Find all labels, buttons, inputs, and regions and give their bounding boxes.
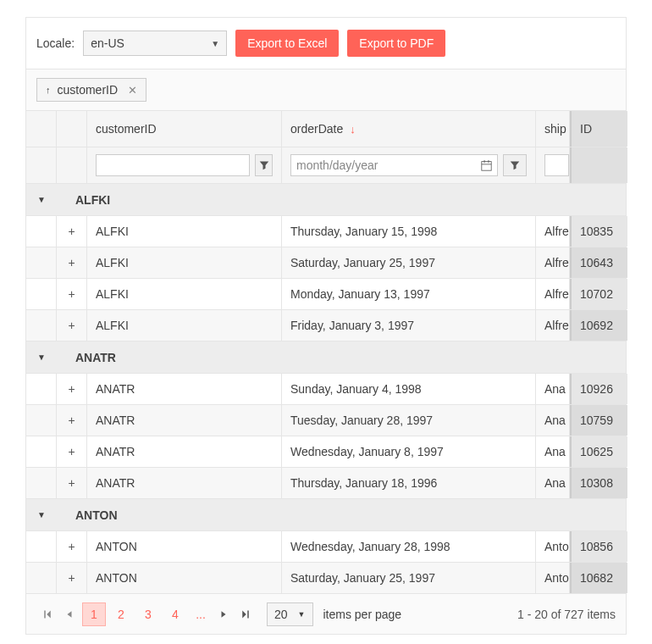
column-header-ship[interactable]: ship: [536, 111, 570, 147]
table-row: +ANATRTuesday, January 28, 1997Ana10759: [26, 404, 626, 436]
svg-rect-0: [482, 161, 491, 170]
header-spacer: [26, 111, 57, 147]
pager-first-button[interactable]: [36, 603, 58, 625]
table-row: +ALFKISaturday, January 25, 1997Alfre106…: [26, 247, 626, 278]
filter-icon: [259, 160, 269, 170]
cell-id: 10692: [570, 310, 627, 341]
cell-orderDate: Monday, January 13, 1997: [282, 279, 536, 309]
table-row: +ANATRSunday, January 4, 1998Ana10926: [26, 373, 626, 404]
cell-orderDate: Sunday, January 4, 1998: [282, 374, 536, 404]
cell-ship: Anto: [536, 563, 570, 593]
next-page-icon: [219, 610, 228, 619]
cell-customerID: ANATR: [87, 405, 282, 436]
group-chip-customerID[interactable]: ↑ customerID ✕: [36, 78, 146, 102]
close-icon[interactable]: ✕: [128, 84, 137, 97]
caret-down-icon: ▼: [26, 510, 57, 519]
export-excel-button[interactable]: Export to Excel: [235, 30, 339, 57]
cell-ship: Alfre: [536, 216, 570, 247]
plus-icon: +: [68, 414, 75, 427]
cell-orderDate: Thursday, January 18, 1996: [282, 468, 536, 498]
group-label: ANTON: [57, 508, 118, 522]
cell-orderDate: Wednesday, January 28, 1998: [282, 531, 536, 562]
first-page-icon: [42, 609, 52, 619]
plus-icon: +: [68, 571, 75, 585]
cell-id: 10835: [570, 216, 627, 247]
page-number-1[interactable]: 1: [82, 602, 106, 626]
cell-ship: Ana: [536, 405, 570, 436]
calendar-icon: [481, 160, 492, 171]
expand-row-button[interactable]: +: [57, 310, 87, 341]
cell-customerID: ANTON: [87, 531, 282, 562]
cell-orderDate: Wednesday, January 8, 1997: [282, 436, 536, 467]
cell-orderDate: Friday, January 3, 1997: [282, 310, 536, 341]
cell-orderDate: Tuesday, January 28, 1997: [282, 405, 536, 436]
locale-value: en-US: [91, 36, 124, 50]
expand-row-button[interactable]: +: [57, 247, 87, 278]
prev-page-icon: [65, 610, 74, 619]
export-pdf-button[interactable]: Export to PDF: [347, 30, 445, 57]
items-per-page-label: items per page: [323, 608, 402, 621]
pager: 1234 ... 20 ▼ items per page 1 - 20 of 7…: [26, 593, 626, 634]
page-number-4[interactable]: 4: [163, 602, 187, 626]
cell-id: 10682: [570, 563, 627, 593]
column-header-id[interactable]: ID: [570, 111, 627, 147]
page-number-2[interactable]: 2: [109, 602, 133, 626]
page-size-select[interactable]: 20 ▼: [267, 602, 313, 626]
cell-id: 10308: [570, 468, 627, 498]
column-header-orderDate[interactable]: orderDate ↓: [282, 111, 536, 147]
filter-button-customerID[interactable]: [255, 154, 273, 176]
column-header-customerID[interactable]: customerID: [87, 111, 282, 147]
filter-input-ship[interactable]: [544, 154, 569, 176]
table-row: +ALFKIMonday, January 13, 1997Alfre10702: [26, 278, 626, 309]
table-row: +ANTONWednesday, January 28, 1998Anto108…: [26, 530, 626, 562]
cell-orderDate: Thursday, January 15, 1998: [282, 216, 536, 247]
cell-id: 10643: [570, 247, 627, 278]
locale-select[interactable]: en-US ▼: [83, 31, 227, 56]
group-row[interactable]: ▼ANATR: [26, 341, 626, 373]
caret-down-icon: ▼: [26, 353, 57, 362]
pager-next-button[interactable]: [213, 603, 235, 625]
expand-row-button[interactable]: +: [57, 279, 87, 309]
pager-info: 1 - 20 of 727 items: [517, 608, 616, 621]
cell-ship: Alfre: [536, 247, 570, 278]
cell-ship: Alfre: [536, 310, 570, 341]
cell-id: 10926: [570, 374, 627, 404]
expand-row-button[interactable]: +: [57, 436, 87, 467]
pager-ellipsis[interactable]: ...: [189, 608, 213, 621]
expand-row-button[interactable]: +: [57, 563, 87, 593]
cell-customerID: ALFKI: [87, 216, 282, 247]
group-row[interactable]: ▼ANTON: [26, 498, 626, 530]
expand-row-button[interactable]: +: [57, 216, 87, 247]
filter-input-orderDate[interactable]: month/day/year: [290, 154, 498, 176]
expand-row-button[interactable]: +: [57, 374, 87, 404]
cell-ship: Ana: [536, 374, 570, 404]
column-header-row: customerID orderDate ↓ ship ID: [26, 110, 626, 147]
group-label: ALFKI: [57, 193, 110, 207]
pager-last-button[interactable]: [235, 603, 257, 625]
filter-button-orderDate[interactable]: [503, 154, 527, 176]
expand-row-button[interactable]: +: [57, 531, 87, 562]
table-row: +ANATRThursday, January 18, 1996Ana10308: [26, 467, 626, 498]
locale-label: Locale:: [36, 36, 75, 50]
expand-row-button[interactable]: +: [57, 405, 87, 436]
table-row: +ALFKIThursday, January 15, 1998Alfre108…: [26, 215, 626, 247]
toolbar: Locale: en-US ▼ Export to Excel Export t…: [26, 18, 626, 69]
cell-customerID: ALFKI: [87, 310, 282, 341]
plus-icon: +: [68, 225, 75, 238]
table-row: +ANTONSaturday, January 25, 1997Anto1068…: [26, 562, 626, 593]
group-row[interactable]: ▼ALFKI: [26, 183, 626, 215]
cell-ship: Ana: [536, 468, 570, 498]
caret-down-icon: ▼: [26, 195, 57, 204]
filter-input-customerID[interactable]: [96, 154, 250, 176]
cell-customerID: ANATR: [87, 436, 282, 467]
cell-id: 10856: [570, 531, 627, 562]
page-number-3[interactable]: 3: [136, 602, 160, 626]
cell-ship: Ana: [536, 436, 570, 467]
cell-id: 10625: [570, 436, 627, 467]
sort-asc-icon: ↑: [46, 85, 51, 95]
cell-customerID: ANATR: [87, 374, 282, 404]
pager-prev-button[interactable]: [58, 603, 80, 625]
expand-row-button[interactable]: +: [57, 468, 87, 498]
group-label: ANATR: [57, 351, 116, 364]
plus-icon: +: [68, 476, 75, 490]
